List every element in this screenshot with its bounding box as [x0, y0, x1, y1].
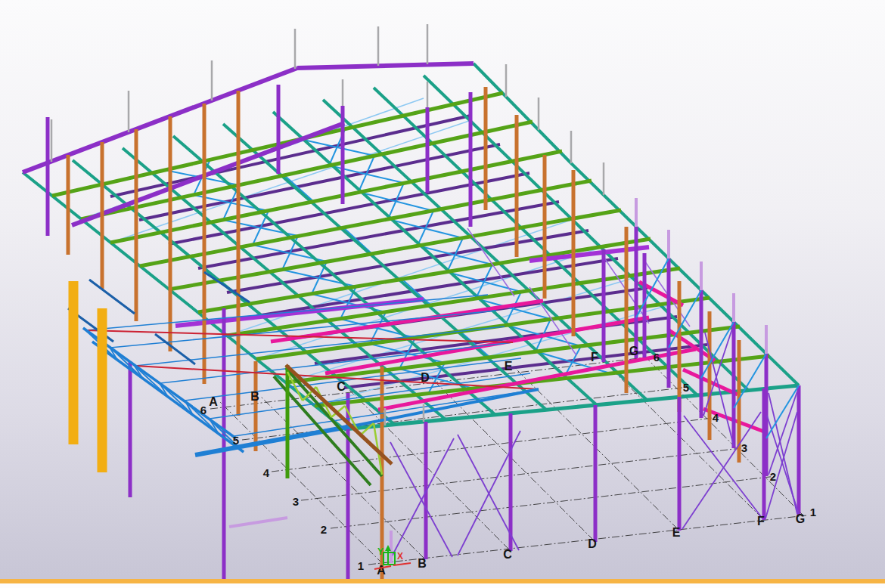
wall-x-braces-purple-member	[684, 416, 762, 518]
grid-line	[261, 397, 424, 559]
mezzanine-truss-webs-member	[134, 365, 168, 397]
lavender-beams	[229, 518, 287, 527]
grid-label-left: 5	[233, 434, 239, 447]
yellow-columns	[73, 281, 102, 472]
mezzanine-truss-webs-member	[109, 346, 143, 379]
magenta-rails	[271, 282, 764, 432]
grid-label-mid: G	[629, 345, 638, 357]
roof-teal-rafters-member	[669, 258, 701, 290]
grid-label-bottom: B	[418, 557, 427, 570]
grid-label-mid: E	[505, 360, 513, 373]
grid-label-mid: A	[209, 395, 218, 408]
grid-label-right: 2	[770, 470, 776, 483]
roof-teal-rafters-member	[571, 163, 604, 195]
grid-label-bottom: C	[503, 548, 512, 561]
grid-label-left: 1	[358, 559, 364, 572]
grid-label-right: 3	[741, 441, 747, 454]
structural-model-canvas: ABCDEFG123456123456ABCDEFGYX	[0, 0, 885, 588]
roof-teal-rafters-member	[701, 290, 734, 322]
ridge-purple-edges-member	[297, 63, 474, 68]
grid-label-right: 1	[810, 506, 816, 518]
grid-label-right: 6	[654, 351, 660, 364]
x-axis-label: X	[397, 551, 403, 562]
grid-label-bottom: E	[672, 526, 681, 539]
grid-label-bottom: A	[377, 564, 386, 577]
end-wall-blue-braces-member	[766, 385, 799, 438]
dark-blue-braces-member	[155, 334, 195, 364]
grid-label-right: 4	[713, 411, 719, 424]
grid-label-left: 6	[200, 404, 206, 416]
grid-label-bottom-group: ABCDEFG	[377, 512, 805, 577]
mezzanine-joists	[85, 295, 539, 436]
lavender-beams-member	[229, 518, 287, 527]
grid-label-mid: F	[591, 351, 598, 364]
grid-label-bottom: D	[588, 537, 597, 550]
grid-label-right: 5	[683, 381, 689, 394]
grid-label-mid: B	[250, 390, 259, 403]
x-axis-icon	[393, 563, 411, 565]
grid-label-left: 3	[293, 495, 299, 508]
mezzanine-truss-webs-member	[160, 383, 193, 415]
roof-teal-rafters-member	[636, 227, 669, 258]
grid-label-left: 2	[321, 523, 327, 536]
grid-label-bottom: F	[757, 515, 765, 528]
grid-label-mid: D	[421, 371, 430, 384]
cad-3d-viewport[interactable]: ABCDEFG123456123456ABCDEFGYX	[0, 0, 885, 588]
grid-label-left: 4	[263, 466, 270, 479]
y-axis-label: Y	[377, 546, 384, 557]
roof-teal-rafters-member	[766, 354, 799, 385]
grid-label-bottom: G	[796, 512, 805, 525]
grid-label-mid: C	[337, 380, 346, 393]
grid-line	[331, 476, 776, 528]
roof-sky-blue-braces-member	[227, 218, 576, 336]
dark-blue-braces-member	[89, 280, 135, 314]
footer-strip	[0, 583, 885, 588]
